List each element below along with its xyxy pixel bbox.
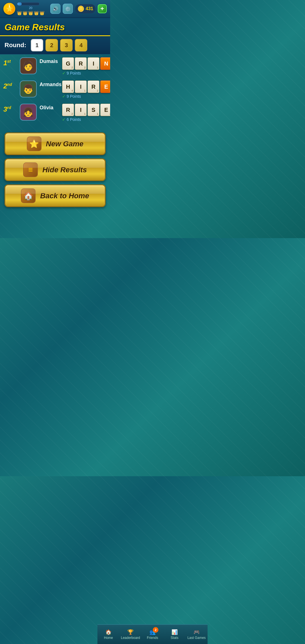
- hide-results-label: Hide Results: [42, 166, 87, 174]
- crown-3: 👑: [28, 11, 33, 15]
- avatar-2: 👦: [20, 80, 37, 97]
- tile-2-r: R 2: [88, 80, 99, 93]
- avatar-3: 👧: [20, 104, 37, 121]
- player-result-2: 2nd 👦 Armands H 4 I 1 R 2 E: [3, 80, 107, 99]
- rank-1: 1st: [3, 57, 17, 67]
- back-to-home-button[interactable]: 🏠 Back to Home: [5, 184, 106, 207]
- level-badge: ⭐ 1: [3, 3, 15, 15]
- header-left: ⭐ 1 20 👑 👑 👑 👑 👑: [3, 2, 44, 15]
- sound-icon: 🔊: [53, 6, 58, 12]
- tile-2-e: E 2: [100, 80, 110, 93]
- round-tab-3[interactable]: 3: [60, 39, 73, 51]
- list-icon: ≡: [28, 165, 33, 174]
- player-result-3: 3rd 👧 Olivia R 2 I 1 S 1 E: [3, 104, 107, 122]
- main-content: 1st 🧑 Dumais G 2 R 2 I 1 N: [0, 55, 110, 130]
- action-buttons: ⭐ New Game ≡ Hide Results 🏠 Back to Home: [0, 130, 110, 210]
- home-icon: 🏠: [23, 191, 33, 201]
- new-game-label: New Game: [46, 140, 84, 148]
- points-1: ✓ 9 Points: [62, 71, 110, 75]
- crown-2: 👑: [23, 11, 27, 15]
- xp-container: 20 👑 👑 👑 👑 👑: [17, 2, 44, 15]
- results-title: Game Results: [5, 22, 106, 32]
- round-tab-2[interactable]: 2: [45, 39, 58, 51]
- tile-3-e: E 2: [100, 104, 110, 116]
- crown-5: 👑: [40, 11, 44, 15]
- level-number: 1: [8, 4, 10, 8]
- rank-2: 2nd: [3, 80, 17, 90]
- check-icon-2: ✓: [62, 94, 66, 99]
- tile-3-r: R 2: [62, 104, 74, 116]
- round-tabs: Round: 1 2 3 4: [0, 36, 110, 55]
- player-name-2: Armands: [40, 80, 59, 88]
- points-2: ✓ 9 Points: [62, 94, 110, 99]
- tiles-2: H 4 I 1 R 2 E 2: [62, 80, 110, 93]
- player-name-3: Olivia: [40, 104, 59, 111]
- tile-2-i: I 1: [75, 80, 87, 93]
- hide-results-icon-wrap: ≡: [23, 162, 38, 177]
- settings-icon: ⚙️: [65, 6, 71, 12]
- tile-1-r: R 2: [75, 57, 87, 70]
- tile-1-i: I 1: [88, 57, 99, 70]
- sound-button[interactable]: 🔊: [50, 4, 60, 14]
- xp-fill: [17, 3, 22, 5]
- results-header: Game Results: [0, 18, 110, 36]
- coins-display: 🪙 431: [75, 4, 95, 13]
- player-result-1: 1st 🧑 Dumais G 2 R 2 I 1 N: [3, 57, 107, 75]
- tile-3-s: S 1: [88, 104, 99, 116]
- round-tab-4[interactable]: 4: [75, 39, 87, 51]
- xp-bar: [17, 2, 40, 6]
- coin-icon: 🪙: [77, 5, 84, 12]
- player-name-1: Dumais: [40, 57, 59, 64]
- star-icon: ⭐: [29, 139, 39, 149]
- tile-3-i: I 1: [75, 104, 87, 116]
- tiles-3: R 2 I 1 S 1 E 2: [62, 104, 110, 116]
- rank-3: 3rd: [3, 104, 17, 113]
- word-area-2: H 4 I 1 R 2 E 2 ✓ 9 Points: [62, 80, 110, 99]
- tile-2-h: H 4: [62, 80, 74, 93]
- crown-1: 👑: [17, 11, 22, 15]
- word-area-1: G 2 R 2 I 1 N 3 S 1: [62, 57, 110, 75]
- header: ⭐ 1 20 👑 👑 👑 👑 👑 🔊 ⚙️ 🪙 431: [0, 0, 110, 18]
- hide-results-button[interactable]: ≡ Hide Results: [5, 158, 106, 181]
- points-text-2: 9 Points: [67, 94, 81, 99]
- avatar-1: 🧑: [20, 57, 37, 74]
- round-label: Round:: [5, 42, 26, 49]
- crowns-row: 👑 👑 👑 👑 👑: [17, 11, 44, 15]
- header-controls: 🔊 ⚙️ 🪙 431 +: [50, 4, 107, 14]
- word-area-3: R 2 I 1 S 1 E 2 ✓ 6 Points: [62, 104, 110, 122]
- xp-label: 20: [17, 6, 44, 10]
- points-text-3: 6 Points: [67, 117, 81, 122]
- back-to-home-label: Back to Home: [40, 192, 89, 200]
- tile-1-n: N 3: [100, 57, 110, 70]
- new-game-icon-wrap: ⭐: [27, 136, 42, 151]
- back-home-icon-wrap: 🏠: [21, 188, 36, 203]
- tile-1-g: G 2: [62, 57, 74, 70]
- points-text-1: 9 Points: [67, 71, 81, 75]
- round-tab-1[interactable]: 1: [31, 39, 43, 51]
- settings-button[interactable]: ⚙️: [63, 4, 73, 14]
- points-3: ✓ 6 Points: [62, 117, 110, 122]
- crown-4: 👑: [34, 11, 39, 15]
- add-coins-button[interactable]: +: [98, 4, 107, 13]
- check-icon-3: ✓: [62, 117, 66, 122]
- tiles-1: G 2 R 2 I 1 N 3 S 1: [62, 57, 110, 70]
- coins-amount: 431: [86, 6, 93, 11]
- new-game-button[interactable]: ⭐ New Game: [5, 132, 106, 155]
- check-icon-1: ✓: [62, 71, 66, 75]
- plus-icon: +: [101, 5, 104, 12]
